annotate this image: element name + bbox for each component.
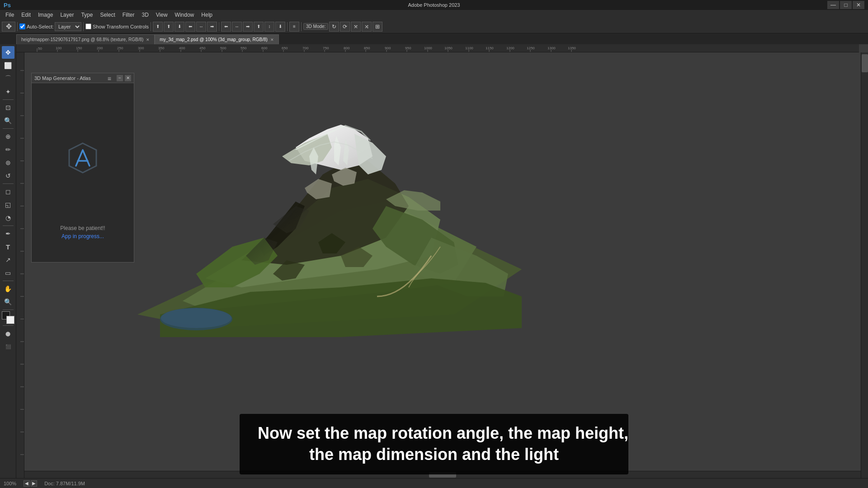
dist-right-btn[interactable]: ➡ [243, 22, 253, 32]
zoom-tool[interactable]: 🔍 [2, 296, 14, 308]
3d-rotate-btn[interactable]: ↻ [329, 22, 339, 32]
magic-wand-tool[interactable]: ✦ [2, 85, 14, 98]
dist-bottom-btn[interactable]: ⬇ [275, 22, 285, 32]
move-tool[interactable]: ✥ [2, 46, 14, 59]
tool-sep-2 [3, 128, 14, 129]
svg-text:150: 150 [76, 46, 82, 50]
tab-3dmap[interactable]: my_3d_map_2.psd @ 100% (3d_map_group, RG… [155, 34, 279, 44]
menu-filter[interactable]: Filter [119, 10, 138, 20]
clone-stamp-tool[interactable]: ⊛ [2, 156, 14, 169]
menu-window[interactable]: Window [171, 10, 198, 20]
dodge-tool[interactable]: ◔ [2, 211, 14, 224]
separator-3 [151, 22, 151, 31]
pen-tool[interactable]: ✒ [2, 227, 14, 240]
svg-marker-101 [69, 143, 96, 173]
plugin-panel: 3D Map Generator - Atlas − ✕ ≡ Ple [31, 73, 134, 263]
transform-controls-checkbox[interactable] [85, 23, 91, 29]
shape-tool[interactable]: ▭ [2, 267, 14, 279]
align-hcenter-btn[interactable]: ↔ [196, 22, 206, 32]
svg-text:250: 250 [117, 46, 123, 50]
align-left-btn[interactable]: ⬅ [185, 22, 195, 32]
separator-1 [17, 22, 18, 31]
menu-image[interactable]: Image [34, 10, 57, 20]
align-vcenter-btn[interactable]: ⬆ [164, 22, 174, 32]
svg-text:1350: 1350 [568, 46, 576, 50]
left-tools-panel: ✥ ⬜ ⌒ ✦ ⊡ 🔍 ⊕ ✏ ⊛ ↺ ◻ ◱ ◔ ✒ T ↗ ▭ ✋ 🔍 ⬤ … [0, 44, 16, 478]
atlas-logo-svg [67, 141, 99, 177]
dist-hcenter-btn[interactable]: ↔ [232, 22, 242, 32]
tool-sep-5 [3, 281, 14, 281]
align-right-btn[interactable]: ➡ [207, 22, 217, 32]
lasso-tool[interactable]: ⌒ [2, 72, 14, 85]
move-tool-options[interactable]: ✥ [2, 22, 15, 32]
arrange-btn[interactable]: ≡ [289, 22, 299, 32]
toolbar: ✥ Auto-Select: Layer Group Show Transfor… [0, 20, 868, 33]
spot-heal-tool[interactable]: ⊕ [2, 130, 14, 143]
menu-file[interactable]: File [2, 10, 18, 20]
tool-sep-3 [3, 183, 14, 184]
svg-text:450: 450 [199, 46, 206, 50]
plugin-status: Please be patient!! App in progress... [60, 225, 105, 239]
maximize-button[interactable]: □ [840, 1, 852, 9]
hand-tool[interactable]: ✋ [2, 282, 14, 295]
scrollbar-right[interactable] [861, 52, 868, 478]
title-bar-right: — □ ✕ [827, 1, 864, 9]
path-select-tool[interactable]: ↗ [2, 253, 14, 266]
3d-slide-btn[interactable]: ⤨ [362, 22, 372, 32]
svg-text:400: 400 [179, 46, 185, 50]
3d-drag-btn[interactable]: ⤧ [351, 22, 361, 32]
separator-4 [219, 22, 219, 31]
terrain-visualization [115, 66, 522, 337]
dist-vcenter-btn[interactable]: ↕ [264, 22, 274, 32]
plugin-panel-title: 3D Map Generator - Atlas [34, 75, 91, 81]
autoselect-label: Auto-Select: [19, 23, 54, 29]
svg-text:700: 700 [302, 46, 309, 50]
3d-scale-btn[interactable]: ⊞ [373, 22, 382, 32]
align-bottom-btn[interactable]: ⬇ [175, 22, 184, 32]
crop-tool[interactable]: ⊡ [2, 101, 14, 114]
menu-view[interactable]: View [152, 10, 171, 20]
brush-tool[interactable]: ✏ [2, 143, 14, 156]
text-tool[interactable]: T [2, 240, 14, 253]
eyedropper-tool[interactable]: 🔍 [2, 114, 14, 127]
close-button[interactable]: ✕ [853, 1, 864, 9]
rect-select-tool[interactable]: ⬜ [2, 59, 14, 72]
align-top-btn[interactable]: ⬆ [153, 22, 163, 32]
prev-arrow[interactable]: ◀ [24, 480, 30, 487]
svg-text:1200: 1200 [506, 46, 514, 50]
screen-mode-tool[interactable]: ⬛ [2, 340, 14, 353]
svg-text:350: 350 [158, 46, 165, 50]
quick-mask-tool[interactable]: ⬤ [2, 327, 14, 340]
background-color[interactable] [6, 316, 14, 324]
autoselect-select[interactable]: Layer Group [55, 22, 81, 31]
next-arrow[interactable]: ▶ [31, 480, 37, 487]
dist-top-btn[interactable]: ⬆ [254, 22, 264, 32]
tab-heightmapper[interactable]: heightmapper-152907617917.png @ 68.8% (t… [16, 34, 155, 44]
svg-text:950: 950 [405, 46, 411, 50]
svg-text:550: 550 [241, 46, 247, 50]
ps-logo: Ps [4, 2, 11, 9]
menu-layer[interactable]: Layer [57, 10, 77, 20]
panel-minimize-btn[interactable]: − [117, 75, 123, 81]
3d-mode-badge: 3D Mode: [303, 23, 328, 30]
gradient-tool[interactable]: ◱ [2, 198, 14, 211]
autoselect-checkbox[interactable] [19, 23, 25, 29]
minimize-button[interactable]: — [827, 1, 839, 9]
panel-menu-icon[interactable]: ≡ [108, 75, 111, 82]
menu-edit[interactable]: Edit [18, 10, 34, 20]
menu-type[interactable]: Type [77, 10, 96, 20]
menu-help[interactable]: Help [198, 10, 216, 20]
atlas-logo [67, 141, 99, 177]
panel-close-btn[interactable]: ✕ [125, 75, 131, 81]
3d-roll-btn[interactable]: ⟳ [340, 22, 350, 32]
eraser-tool[interactable]: ◻ [2, 185, 14, 198]
menu-bar: File Edit Image Layer Type Select Filter… [0, 10, 868, 20]
svg-text:900: 900 [385, 46, 391, 50]
transform-controls-label: Show Transform Controls [85, 23, 149, 29]
menu-3d[interactable]: 3D [138, 10, 152, 20]
scrollbar-right-thumb[interactable] [862, 54, 868, 72]
history-brush-tool[interactable]: ↺ [2, 169, 14, 182]
menu-select[interactable]: Select [96, 10, 118, 20]
tabs-bar: heightmapper-152907617917.png @ 68.8% (t… [0, 33, 868, 44]
dist-left-btn[interactable]: ⬅ [221, 22, 231, 32]
